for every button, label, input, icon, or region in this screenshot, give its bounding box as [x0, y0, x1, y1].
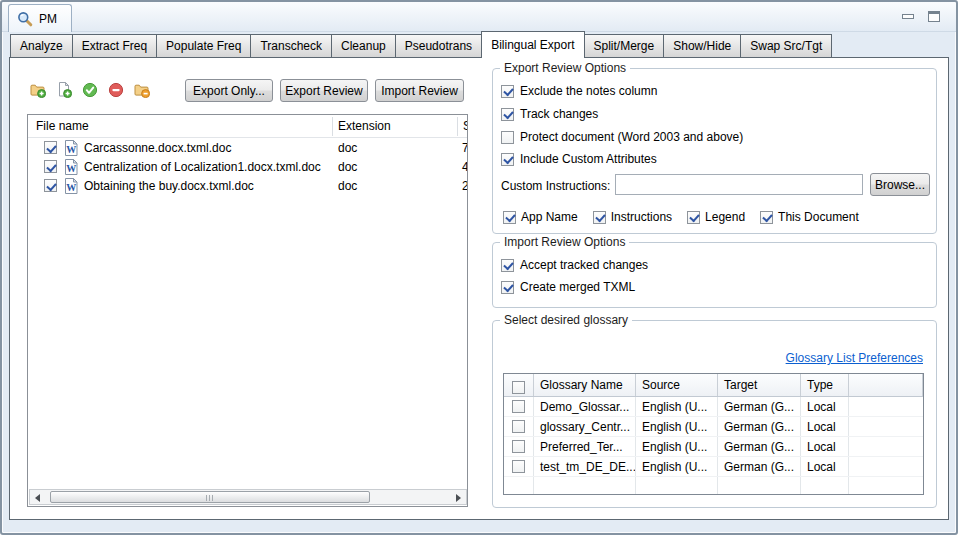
column-file-name[interactable]: File name — [36, 119, 89, 133]
option-label: Exclude the notes column — [520, 84, 657, 98]
file-name: Carcassonne.docx.txml.doc — [84, 141, 231, 155]
checkbox[interactable] — [687, 211, 700, 224]
tab-swap-src-tgt[interactable]: Swap Src/Tgt — [740, 34, 832, 58]
svg-text:W: W — [66, 182, 76, 193]
tab-transcheck[interactable]: Transcheck — [250, 34, 332, 58]
glossary-checkbox-cell[interactable] — [504, 457, 534, 476]
view-tab-label: PM — [39, 12, 57, 26]
flag-label: This Document — [778, 210, 859, 224]
tab-show-hide[interactable]: Show/Hide — [663, 34, 741, 58]
option-accept-tracked-changes[interactable]: Accept tracked changes — [501, 258, 648, 272]
glossary-list-preferences-link[interactable]: Glossary List Preferences — [786, 351, 923, 365]
checkbox[interactable] — [501, 85, 514, 98]
checkbox[interactable] — [512, 400, 525, 413]
checkbox[interactable] — [501, 131, 514, 144]
glossary-row[interactable]: Preferred_Ter... English (U... German (G… — [504, 437, 923, 457]
glossary-checkbox-cell[interactable] — [504, 397, 534, 416]
scroll-right-icon[interactable] — [456, 494, 461, 502]
remove-icon[interactable] — [108, 82, 124, 98]
scrollbar-thumb[interactable] — [50, 491, 370, 503]
select-all-checkbox[interactable] — [504, 374, 534, 396]
column-target[interactable]: Target — [718, 374, 801, 396]
flag-label: Instructions — [611, 210, 672, 224]
checkbox[interactable] — [512, 420, 525, 433]
checkbox[interactable] — [512, 440, 525, 453]
tab-pseudotrans[interactable]: Pseudotrans — [395, 34, 482, 58]
checkbox[interactable] — [501, 259, 514, 272]
tab-extract-freq[interactable]: Extract Freq — [72, 34, 157, 58]
checkbox[interactable] — [512, 381, 525, 394]
glossary-row[interactable]: glossary_Centr... English (U... German (… — [504, 417, 923, 437]
glossary-target: German (G... — [718, 457, 801, 476]
column-glossary-name[interactable]: Glossary Name — [534, 374, 636, 396]
minimize-icon — [902, 14, 914, 19]
checkbox[interactable] — [593, 211, 606, 224]
column-divider[interactable] — [457, 117, 458, 136]
column-type[interactable]: Type — [801, 374, 849, 396]
scrollbar-grip-icon — [206, 495, 215, 501]
glossary-source: English (U... — [636, 417, 718, 436]
file-row[interactable]: W Centralization of Localization1.docx.t… — [28, 157, 467, 176]
minimize-button[interactable] — [902, 14, 914, 19]
file-checkbox[interactable] — [44, 160, 57, 173]
checkbox[interactable] — [501, 108, 514, 121]
checkbox[interactable] — [501, 153, 514, 166]
checkbox[interactable] — [503, 211, 516, 224]
option-label: Protect document (Word 2003 and above) — [520, 130, 743, 144]
export-review-button[interactable]: Export Review — [280, 79, 368, 102]
glossary-row[interactable]: test_tm_DE_DE... English (U... German (G… — [504, 457, 923, 477]
tab-populate-freq[interactable]: Populate Freq — [156, 34, 251, 58]
column-divider[interactable] — [332, 117, 333, 136]
maximize-button[interactable] — [928, 11, 940, 22]
svg-text:W: W — [66, 144, 76, 155]
instruction-flags: App Name Instructions Legend This Docume… — [503, 210, 859, 224]
checkbox[interactable] — [501, 281, 514, 294]
window-controls — [902, 11, 940, 22]
option-include-custom-attributes[interactable]: Include Custom Attributes — [501, 152, 657, 166]
check-all-icon[interactable] — [82, 82, 98, 98]
file-row[interactable]: W Carcassonne.docx.txml.doc doc 7 — [28, 138, 467, 157]
file-checkbox[interactable] — [44, 179, 57, 192]
tab-split-merge[interactable]: Split/Merge — [584, 34, 665, 58]
glossary-checkbox-cell[interactable] — [504, 437, 534, 456]
column-size[interactable]: S — [463, 119, 468, 133]
column-source[interactable]: Source — [636, 374, 718, 396]
checkbox[interactable] — [760, 211, 773, 224]
custom-instructions-input[interactable] — [615, 174, 863, 195]
glossary-checkbox-cell[interactable] — [504, 417, 534, 436]
view-tab-pm[interactable]: PM — [8, 4, 72, 32]
titlebar: PM — [2, 2, 956, 32]
file-row[interactable]: W Obtaining the buy.docx.txml.doc doc 2 — [28, 176, 467, 195]
tab-analyze[interactable]: Analyze — [10, 34, 73, 58]
horizontal-scrollbar[interactable] — [29, 489, 467, 505]
column-extension[interactable]: Extension — [338, 119, 391, 133]
flag-label: App Name — [521, 210, 578, 224]
tab-bilingual-export[interactable]: Bilingual Export — [481, 31, 584, 58]
glossary-source: English (U... — [636, 437, 718, 456]
glossary-target: German (G... — [718, 417, 801, 436]
add-folder-icon[interactable] — [30, 82, 46, 98]
flag-this-document[interactable]: This Document — [760, 210, 859, 224]
option-create-merged-txml[interactable]: Create merged TXML — [501, 280, 635, 294]
remove-folder-icon[interactable] — [134, 82, 150, 98]
tab-cleanup[interactable]: Cleanup — [331, 34, 396, 58]
glossary-table: Glossary Name Source Target Type Demo_Gl… — [503, 373, 924, 495]
flag-app-name[interactable]: App Name — [503, 210, 578, 224]
file-extension: doc — [338, 160, 357, 174]
file-name: Obtaining the buy.docx.txml.doc — [84, 179, 254, 193]
export-only-button[interactable]: Export Only... — [185, 79, 273, 102]
scroll-left-icon[interactable] — [35, 494, 40, 502]
option-protect-document[interactable]: Protect document (Word 2003 and above) — [501, 130, 743, 144]
add-file-icon[interactable] — [56, 82, 72, 98]
option-track-changes[interactable]: Track changes — [501, 107, 598, 121]
checkbox[interactable] — [512, 460, 525, 473]
group-legend: Import Review Options — [500, 235, 629, 249]
flag-legend[interactable]: Legend — [687, 210, 745, 224]
flag-instructions[interactable]: Instructions — [593, 210, 672, 224]
glossary-row[interactable]: Demo_Glossar... English (U... German (G.… — [504, 397, 923, 417]
browse-button[interactable]: Browse... — [870, 173, 930, 196]
option-exclude-notes[interactable]: Exclude the notes column — [501, 84, 657, 98]
glossary-empty-cell — [534, 477, 636, 494]
import-review-button[interactable]: Import Review — [375, 79, 464, 102]
file-checkbox[interactable] — [44, 141, 57, 154]
